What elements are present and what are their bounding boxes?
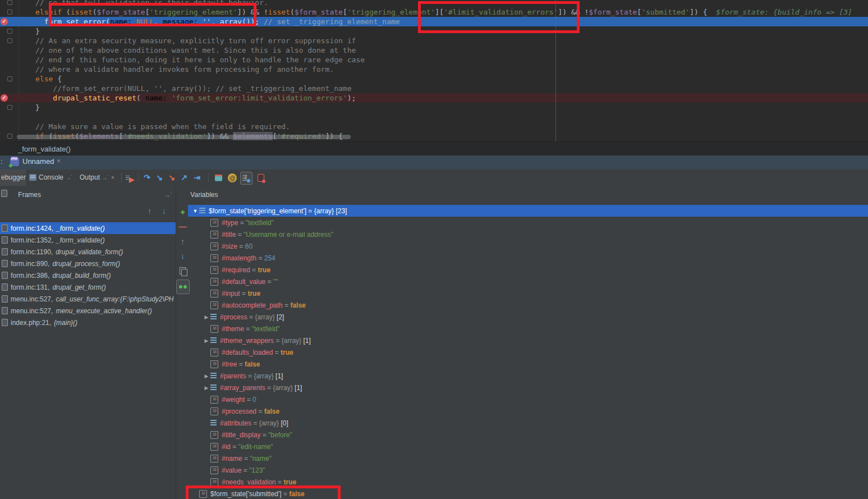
stack-frame-row[interactable]: form.inc:131,drupal_get_form() [0,281,176,293]
variable-row[interactable]: 18#value = "123" [188,464,868,476]
variable-row[interactable]: 18#theme = "textfield" [188,323,868,335]
view-breakpoints-button[interactable] [256,172,267,184]
mute-breakpoints-button[interactable]: / [240,172,252,185]
expand-arrow-icon[interactable]: ▼ [191,208,199,214]
remove-watch-button[interactable]: — [177,221,189,233]
variable-name: #defaults_loaded [222,349,273,356]
move-watch-down-button[interactable]: ↓ [177,250,189,262]
step-out-button[interactable]: ↗ [178,172,190,184]
run-to-cursor-button[interactable]: ⇥ [191,172,203,184]
breakpoint-icon[interactable]: ✓ [1,94,8,102]
code-line[interactable]: // Make sure a value is passed when the … [0,122,868,131]
frames-list[interactable]: form.inc:1424,_form_validate()form.inc:1… [0,221,176,499]
primitive-value-icon: 18 [210,349,218,356]
variable-row[interactable]: ▼$form_state['triggering_element'] = {ar… [188,205,868,217]
stack-frame-row[interactable]: form.inc:386,drupal_build_form() [0,269,176,281]
array-icon [210,373,217,379]
variable-row[interactable]: 18#title = "Username or e-mail address" [188,228,868,240]
add-watch-button[interactable]: + [177,207,189,218]
expand-arrow-icon[interactable]: ▶ [203,385,210,391]
variable-value: 60 [245,242,252,250]
variable-row[interactable]: 18#required = true [188,264,868,276]
code-line[interactable]: drupal_static_reset( name: 'form_set_err… [0,93,868,103]
horizontal-scrollbar[interactable] [17,135,351,139]
tab-output[interactable]: Output →˙ × [80,170,114,186]
close-icon[interactable]: × [57,157,61,165]
variable-name: #autocomplete_path [222,301,283,309]
variable-row[interactable]: 18#type = "textfield" [188,217,868,228]
stack-frame-row[interactable]: menu.inc:527,menu_execute_active_handler… [0,305,176,317]
code-line[interactable]: else { [0,74,868,84]
stack-frame-row[interactable]: index.php:21,{main}() [0,317,176,328]
variable-row[interactable]: 18#tree = false [188,358,868,370]
stack-frame-row[interactable]: form.inc:1424,_form_validate() [0,222,176,234]
expand-arrow-icon[interactable]: ▶ [203,338,210,344]
variable-value: "textfield" [246,219,274,227]
close-output-icon[interactable]: × [111,175,114,181]
fold-marker-icon[interactable] [7,134,12,139]
code-line[interactable]: } [0,103,868,112]
stack-frame-row[interactable]: form.inc:1352,_form_validate() [0,234,176,246]
previous-frame-button[interactable]: ↑ [148,207,151,216]
variable-row[interactable]: 18#size = 60 [188,240,868,252]
scroll-output-icon[interactable]: →˙ [102,175,109,181]
expand-arrow-icon[interactable]: ▶ [203,314,210,320]
code-line[interactable]: // where a validate handler invokes form… [0,65,868,74]
variable-row[interactable]: 18#defaults_loaded = true [188,346,868,358]
evaluate-expression-button[interactable] [213,172,224,184]
variable-name: #title [222,231,236,239]
variable-row[interactable]: 18#name = "name" [188,452,868,464]
show-execution-point-button[interactable]: ▶ [125,172,136,184]
code-line[interactable]: // end of this function, doing it here i… [0,55,868,65]
variable-row[interactable]: 18#processed = false [188,405,868,417]
variable-row[interactable]: 18#input = true [188,287,868,299]
force-step-into-button[interactable]: ↘ [166,172,177,184]
fold-marker-icon[interactable] [7,38,12,43]
at-mark-button[interactable]: @ [227,172,238,184]
variable-row[interactable]: #attributes = {array} [0] [188,417,868,429]
step-into-button[interactable]: ↘ [154,172,165,184]
fold-marker-icon[interactable] [7,29,12,34]
variable-row[interactable]: 18#id = "edit-name" [188,441,868,452]
stack-frame-row[interactable]: menu.inc:527,call_user_func_array:{F:\ph… [0,293,176,305]
session-tab-unnamed[interactable]: Unnamed [22,157,54,166]
code-line[interactable] [0,112,868,122]
variables-tree[interactable]: ▼$form_state['triggering_element'] = {ar… [188,186,868,499]
file-icon [2,225,8,232]
variable-row[interactable]: 18#title_display = "before" [188,429,868,441]
stack-frame-row[interactable]: form.inc:890,drupal_process_form() [0,258,176,269]
next-frame-button[interactable]: ↓ [162,207,166,216]
phpstorm-debugger-window: // so that full validation is their defa… [0,0,868,499]
tab-debugger[interactable]: ebugger [0,170,26,186]
variable-row[interactable]: 18#autocomplete_path = false [188,299,868,311]
variable-row[interactable]: 18#maxlength = 254 [188,252,868,264]
code-line[interactable]: // one of the above conditions wasn't me… [0,45,868,55]
code-line[interactable]: //form_set_error(NULL, '', array()); // … [0,84,868,93]
code-line[interactable]: // As an extra security measure, explici… [0,36,868,45]
variable-row[interactable]: ▶#array_parents = {array} [1] [188,382,868,393]
frames-float-button[interactable]: →˙ [164,189,173,201]
variable-row[interactable]: 18#default_value = "" [188,276,868,287]
breadcrumb-function: _form_validate() [18,145,71,153]
variable-row[interactable]: 18#weight = 0 [188,393,868,405]
expand-arrow-icon[interactable]: ▶ [203,373,210,379]
fold-marker-icon[interactable] [7,0,12,5]
primitive-value-icon: 18 [210,254,218,262]
move-watch-up-button[interactable]: ↑ [177,236,189,248]
variable-name: #array_parents [220,384,265,392]
variable-row[interactable]: ▶#process = {array} [2] [188,311,868,323]
variable-row[interactable]: ▶#parents = {array} [1] [188,370,868,382]
fold-marker-icon[interactable] [7,10,12,15]
step-over-button[interactable]: ↷ [141,172,153,184]
variable-name: #id [222,443,231,451]
copy-icon [180,267,186,274]
tab-console[interactable]: Console →˙ [29,170,73,186]
watches-toolbar: +—↑↓ [176,186,188,499]
duplicate-watch-button[interactable] [177,265,189,277]
scroll-console-icon[interactable]: →˙ [65,175,72,181]
fold-marker-icon[interactable] [7,105,12,110]
breakpoint-icon[interactable]: ✓ [1,18,8,25]
stack-frame-row[interactable]: form.inc:1190,drupal_validate_form() [0,246,176,258]
variable-row[interactable]: ▶#theme_wrappers = {array} [1] [188,335,868,346]
fold-marker-icon[interactable] [7,76,12,81]
